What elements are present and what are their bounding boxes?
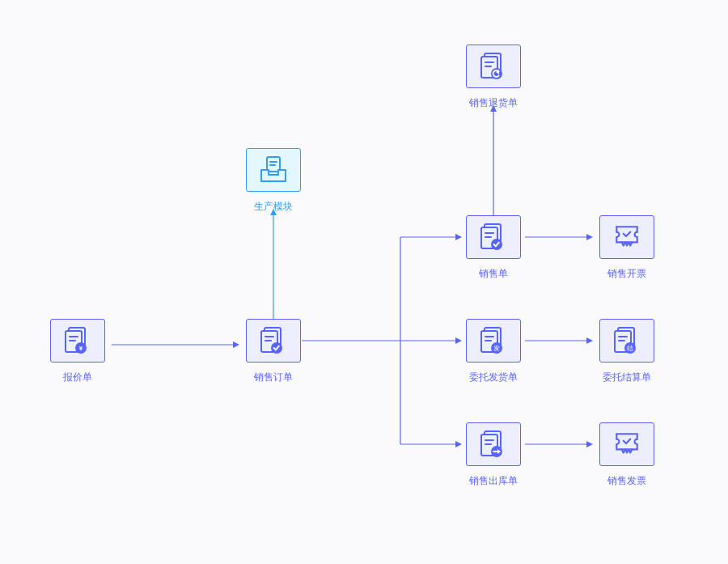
edge-salesout-salesreceipt [525,440,595,448]
node-salesreturn[interactable]: 销售退货单 [466,45,521,110]
svg-text:发: 发 [493,345,500,352]
svg-marker-12 [455,337,462,344]
node-quote-label: 报价单 [50,371,105,384]
node-salesreceipt[interactable]: 销售发票 [599,422,654,488]
node-salesbill-label: 销售单 [466,267,521,281]
edge-salesorder-production [269,209,277,319]
edge-consignship-consignsettle [525,337,595,345]
document-return-icon [480,53,507,80]
edge-salesbill-salesreturn [489,105,497,215]
node-quote[interactable]: ¥ 报价单 [50,319,105,384]
edge-salesorder-branch [302,235,463,461]
node-consignship[interactable]: 发 委托发货单 [466,319,521,384]
node-salesreceipt-label: 销售发票 [599,474,654,488]
node-salesout[interactable]: 销售出库单 [466,422,521,488]
node-salesout-label: 销售出库单 [466,474,521,488]
document-badge-icon: 发 [480,327,507,354]
svg-marker-17 [455,441,462,447]
node-production-label: 生产模块 [246,200,301,214]
node-salesorder[interactable]: 销售订单 [246,319,301,384]
document-yen-icon: ¥ [64,327,91,354]
ticket-icon [613,223,641,251]
node-salesinvoice-label: 销售开票 [599,267,654,281]
inbox-document-icon [260,156,287,184]
node-consignsettle-label: 委托结算单 [599,371,654,384]
node-salesinvoice[interactable]: 销售开票 [599,215,654,281]
edge-quote-salesorder [112,341,241,349]
svg-text:结: 结 [627,345,633,352]
node-production[interactable]: 生产模块 [246,148,301,214]
node-salesorder-label: 销售订单 [246,371,301,384]
svg-text:¥: ¥ [79,345,83,352]
svg-marker-21 [586,234,593,240]
node-salesreturn-label: 销售退货单 [466,96,521,110]
svg-marker-15 [455,234,462,240]
node-salesbill[interactable]: 销售单 [466,215,521,281]
edge-salesbill-salesinvoice [525,233,595,241]
document-check-icon [480,223,507,251]
document-badge-icon: 结 [613,327,641,354]
ticket-icon [613,430,641,458]
document-out-icon [480,430,507,458]
svg-marker-23 [586,337,593,344]
document-check-icon [260,327,287,354]
node-consignship-label: 委托发货单 [466,371,521,384]
node-consignsettle[interactable]: 结 委托结算单 [599,319,654,384]
svg-marker-8 [233,341,239,348]
svg-marker-25 [586,441,593,447]
